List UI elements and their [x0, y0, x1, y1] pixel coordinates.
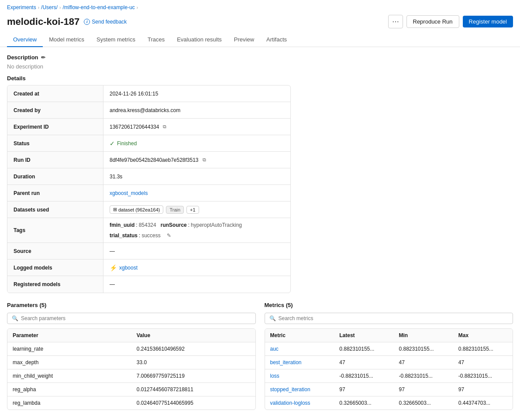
- metric-name: validation-logloss: [265, 396, 334, 410]
- parameters-search-box[interactable]: 🔍: [7, 313, 256, 324]
- plus-dataset-badge[interactable]: +1: [186, 206, 199, 214]
- table-row: Run ID 8df4fe97be0542b2840aeb7e528f3513 …: [7, 152, 290, 168]
- table-row: Logged models ⚡ xgboost: [7, 260, 290, 276]
- table-row: Created by andrea.kress@databricks.com: [7, 102, 290, 119]
- metric-col-latest: Latest: [334, 329, 393, 342]
- param-search-input[interactable]: [21, 315, 251, 321]
- tag-fmin-uuid: fmin_uuid: 854324: [110, 222, 156, 228]
- tab-overview[interactable]: Overview: [7, 33, 43, 47]
- metric-latest: 0.32665003...: [334, 396, 393, 410]
- copy-run-id-icon[interactable]: ⧉: [201, 157, 207, 163]
- table-row: validation-logloss 0.32665003... 0.32665…: [265, 396, 513, 410]
- parameters-table: Parameter Value learning_rate 0.24153661…: [7, 328, 256, 410]
- more-options-button[interactable]: ⋯: [388, 15, 403, 28]
- tab-evaluation-results[interactable]: Evaluation results: [171, 33, 228, 47]
- breadcrumb: Experiments › /Users/ › /mlflow-end-to-e…: [0, 0, 520, 13]
- metric-search-icon: 🔍: [269, 315, 276, 321]
- value-datasets-used: ⊞ dataset (962ea164) Train +1: [103, 201, 290, 218]
- metric-link-val-logloss[interactable]: validation-logloss: [270, 400, 310, 406]
- metrics-table: Metric Latest Min Max auc 0.882310155...…: [265, 328, 513, 410]
- metric-name: loss: [265, 369, 334, 382]
- tag-runsource: runSource: hyperoptAutoTracking: [161, 222, 242, 228]
- status-check-icon: ✓: [110, 140, 115, 147]
- label-status: Status: [7, 135, 103, 151]
- tag-key: trial_status: [110, 232, 138, 239]
- tag-val: 854324: [139, 222, 156, 228]
- tags-container: fmin_uuid: 854324 runSource: hyperoptAut…: [110, 222, 284, 239]
- metric-col-min: Min: [393, 329, 453, 342]
- tag-key: fmin_uuid: [110, 222, 134, 228]
- param-search-icon: 🔍: [12, 315, 18, 321]
- metric-link-stopped-iter[interactable]: stopped_iteration: [270, 386, 310, 393]
- table-row: auc 0.882310155... 0.882310155... 0.8823…: [265, 342, 513, 356]
- label-registered-models: Registered models: [7, 276, 103, 293]
- label-logged-models: Logged models: [7, 260, 103, 276]
- param-value: 0.024640775144065995: [131, 396, 255, 410]
- tab-model-metrics[interactable]: Model metrics: [43, 33, 90, 47]
- status-text: Finished: [117, 140, 137, 147]
- parameters-table-header: Parameter Value: [7, 329, 255, 342]
- breadcrumb-chevron2: ›: [59, 5, 61, 10]
- metric-max: 0.882310155...: [453, 342, 513, 355]
- param-name: max_depth: [7, 356, 131, 369]
- param-value: 33.0: [131, 356, 255, 369]
- register-model-button[interactable]: Register model: [463, 16, 513, 27]
- feedback-button[interactable]: i Send feedback: [84, 19, 127, 25]
- metric-link-auc[interactable]: auc: [270, 346, 279, 352]
- breadcrumb-experiments[interactable]: Experiments: [7, 4, 36, 10]
- param-name: learning_rate: [7, 342, 131, 355]
- reproduce-run-button[interactable]: Reproduce Run: [406, 15, 459, 28]
- table-row: Tags fmin_uuid: 854324 runSource: hypero…: [7, 218, 290, 243]
- value-created-by: andrea.kress@databricks.com: [103, 102, 290, 118]
- dataset-chip[interactable]: ⊞ dataset (962ea164): [110, 205, 163, 214]
- tag-val: success: [141, 232, 160, 239]
- param-value: 0.241536610496592: [131, 342, 255, 355]
- param-col-name: Parameter: [7, 329, 131, 342]
- param-name: reg_alpha: [7, 383, 131, 396]
- page-header: melodic-koi-187 i Send feedback ⋯ Reprod…: [0, 13, 520, 33]
- param-value: 7.006697759725119: [131, 369, 255, 382]
- table-row: max_depth 33.0: [7, 356, 255, 369]
- label-datasets-used: Datasets used: [7, 201, 103, 218]
- metric-name: auc: [265, 342, 334, 355]
- tab-system-metrics[interactable]: System metrics: [90, 33, 141, 47]
- table-row: best_iteration 47 47 47: [265, 356, 513, 369]
- logged-model-link[interactable]: ⚡ xgboost: [110, 264, 138, 271]
- metric-min: -0.88231015...: [393, 369, 453, 382]
- description-edit-icon[interactable]: ✏: [41, 55, 45, 61]
- breadcrumb-chevron3: ›: [137, 5, 138, 10]
- description-section: Description ✏ No description: [7, 54, 513, 70]
- value-experiment-id: 13672061720644334 ⧉: [103, 119, 290, 135]
- metric-name: stopped_iteration: [265, 383, 334, 396]
- value-logged-models: ⚡ xgboost: [103, 260, 290, 276]
- copy-experiment-id-icon[interactable]: ⧉: [162, 123, 168, 130]
- main-content: Description ✏ No description Details Cre…: [0, 47, 520, 417]
- metric-search-input[interactable]: [279, 315, 509, 321]
- table-row: Datasets used ⊞ dataset (962ea164) Train…: [7, 201, 290, 218]
- tab-preview[interactable]: Preview: [228, 33, 260, 47]
- dataset-name: dataset (962ea164): [118, 207, 160, 212]
- value-status: ✓ Finished: [103, 135, 290, 151]
- parent-run-link[interactable]: xgboost_models: [110, 190, 148, 196]
- metrics-search-box[interactable]: 🔍: [265, 313, 513, 324]
- param-col-value: Value: [131, 329, 255, 342]
- metric-max: -0.88231015...: [453, 369, 513, 382]
- details-title: Details: [7, 75, 513, 82]
- tags-edit-icon[interactable]: ✎: [167, 232, 171, 239]
- metric-link-best-iter[interactable]: best_iteration: [270, 359, 302, 365]
- value-tags: fmin_uuid: 854324 runSource: hyperoptAut…: [103, 218, 290, 242]
- tab-traces[interactable]: Traces: [141, 33, 171, 47]
- tab-artifacts[interactable]: Artifacts: [260, 33, 293, 47]
- metric-name: best_iteration: [265, 356, 334, 369]
- metric-latest: 47: [334, 356, 393, 369]
- table-row: Source —: [7, 243, 290, 260]
- breadcrumb-chevron1: ›: [38, 5, 39, 10]
- label-experiment-id: Experiment ID: [7, 119, 103, 135]
- breadcrumb-path[interactable]: /mlflow-end-to-end-example-uc: [62, 4, 134, 10]
- value-registered-models: —: [103, 276, 290, 293]
- table-row: learning_rate 0.241536610496592: [7, 342, 255, 356]
- breadcrumb-users[interactable]: /Users/: [41, 4, 58, 10]
- table-row: Registered models —: [7, 276, 290, 293]
- metric-min: 0.32665003...: [393, 396, 453, 410]
- metric-link-loss[interactable]: loss: [270, 373, 279, 379]
